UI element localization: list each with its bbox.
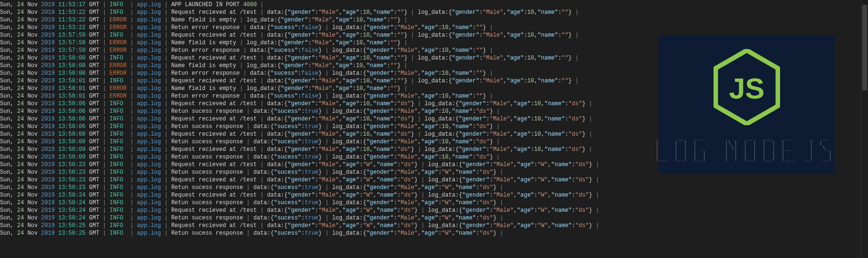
log-line: Sun, 24 Nov 2019 11:53:17 GMT | INFO | a… [0, 1, 860, 9]
nodejs-log-badge: JS __ __ __ ___ ___ _ __ | | | | |\ | | … [659, 36, 835, 174]
log-line: Sun, 24 Nov 2019 13:58:24 GMT | INFO | a… [0, 199, 860, 207]
log-line: Sun, 24 Nov 2019 11:53:22 GMT | ERROR | … [0, 24, 860, 31]
log-line: Sun, 24 Nov 2019 11:53:22 GMT | ERROR | … [0, 16, 860, 24]
log-line: Sun, 24 Nov 2019 11:53:22 GMT | INFO | a… [0, 9, 860, 16]
log-line: Sun, 24 Nov 2019 13:58:24 GMT | INFO | a… [0, 207, 860, 214]
nodejs-logo-icon: JS [714, 49, 780, 125]
log-line: Sun, 24 Nov 2019 13:58:23 GMT | INFO | a… [0, 176, 860, 184]
nodejs-logo-text: JS [729, 72, 765, 105]
log-line: Sun, 24 Nov 2019 13:58:24 GMT | INFO | a… [0, 191, 860, 199]
scrollbar-thumb[interactable] [862, 5, 867, 90]
log-line: Sun, 24 Nov 2019 13:58:24 GMT | INFO | a… [0, 214, 860, 222]
log-line: Sun, 24 Nov 2019 13:58:25 GMT | INFO | a… [0, 222, 860, 229]
vertical-scrollbar[interactable] [861, 0, 868, 258]
ascii-title: __ __ __ ___ ___ _ __ | | | | |\ | | | |… [656, 135, 838, 161]
log-line: Sun, 24 Nov 2019 13:58:23 GMT | INFO | a… [0, 184, 860, 191]
log-line: Sun, 24 Nov 2019 13:58:25 GMT | INFO | a… [0, 229, 860, 237]
